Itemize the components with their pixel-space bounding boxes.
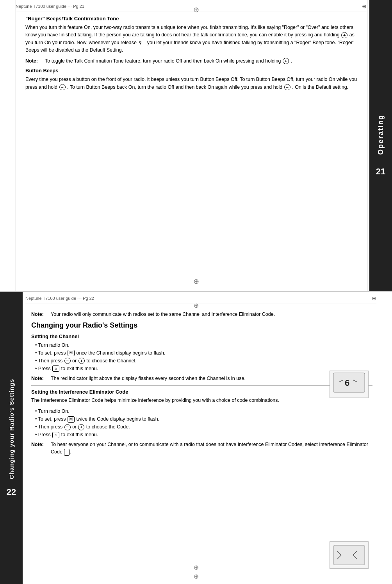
roger-beeps-note-text: To toggle the Talk Confirmation Tone fea… <box>45 57 292 65</box>
sidebar-changing: Changing your Radio's Settings 22 <box>0 292 23 584</box>
plus-icon-ch: + <box>78 358 85 364</box>
interference-bullet-1: Turn radio On. <box>35 407 372 415</box>
minus-icon-1: − <box>59 84 66 90</box>
setting-channel-section: Setting the Channel 6 Turn radio On. To … <box>31 333 372 382</box>
page-header-bottom: Neptune T7100 user guide --- Pg 22 ⊕ <box>25 295 376 303</box>
page-21: Neptune T7100 user guide --- Pg 21 ⊕ ⊕ O… <box>0 0 392 292</box>
header-text-bottom: Neptune T7100 user guide --- Pg 22 <box>25 296 94 301</box>
roger-beeps-heading: "Roger" Beeps/Talk Confirmation Tone <box>25 16 359 21</box>
sidebar-operating-label: Operating <box>377 115 385 155</box>
svg-text:6: 6 <box>345 378 349 388</box>
channel-note: Note: The red indicator light above the … <box>31 375 372 382</box>
channel-bullet-1: Turn radio On. <box>35 341 372 349</box>
interference-bullet-4: Press ⌂ to exit this menu. <box>35 431 372 439</box>
setting-interference-heading: Setting the Interference Eliminator Code <box>31 389 372 395</box>
plus-icon: + <box>341 32 347 38</box>
setting-channel-heading: Setting the Channel <box>31 333 372 339</box>
zero-icon <box>64 449 69 456</box>
content-top: "Roger" Beeps/Talk Confirmation Tone Whe… <box>21 16 363 276</box>
header-text-top: Neptune T7100 user guide --- Pg 21 <box>16 4 84 9</box>
interference-bullet-3: Then press − or + to choose the Code. <box>35 423 372 431</box>
interference-bullet-2: To set, press M twice the Code display b… <box>35 415 372 423</box>
menu-icon-2: M <box>68 416 75 423</box>
menu-icon-1: M <box>68 350 75 356</box>
note-top-block: Note: Your radio will only communicate w… <box>31 311 372 318</box>
footer-crosshair: ⊕ ⊕ <box>194 564 199 580</box>
right-border <box>367 0 367 291</box>
crosshair-bottom-top-page: ⊕ <box>193 277 199 286</box>
page-22: Changing your Radio's Settings 22 Neptun… <box>0 292 392 584</box>
channel-bullet-3: Then press − or + to choose the Channel. <box>35 357 372 365</box>
page-number-top: 21 <box>376 167 385 177</box>
interference-body: The Interference Eliminator Code helps m… <box>31 397 372 404</box>
left-border <box>16 0 16 291</box>
interference-bullets: Turn radio On. To set, press M twice the… <box>31 407 372 439</box>
plus-icon-int: + <box>78 424 84 430</box>
minus-icon-2: − <box>284 84 290 90</box>
page-header-top: Neptune T7100 user guide --- Pg 21 ⊕ <box>16 3 367 11</box>
channel-bullets: Turn radio On. To set, press M once the … <box>31 341 372 373</box>
interference-note-text: To hear everyone on your Channel, or to … <box>51 441 372 456</box>
channel-bullet-2: To set, press M once the Channel display… <box>35 349 372 357</box>
plus-icon-note: + <box>283 58 289 64</box>
crosshair-header: ⊕ <box>362 3 367 9</box>
page-number-bottom: 22 <box>7 487 16 497</box>
code-display <box>330 541 369 569</box>
minus-icon-ch: − <box>64 358 71 364</box>
minus-icon-int: − <box>64 424 71 430</box>
home-icon-ch: ⌂ <box>52 365 59 372</box>
channel-note-text: The red indicator light above the displa… <box>51 375 246 382</box>
crosshair-header-bottom: ⊕ <box>372 295 376 301</box>
sidebar-operating: Operating 21 <box>369 0 392 291</box>
sidebar-changing-label: Changing your Radio's Settings <box>8 379 15 479</box>
content-bottom: Note: Your radio will only communicate w… <box>27 308 376 568</box>
crosshair-top: ⊕ <box>193 5 199 14</box>
svg-rect-4 <box>333 545 365 565</box>
divider <box>31 385 372 386</box>
roger-beeps-note: Note: To toggle the Talk Confirmation To… <box>25 57 359 65</box>
roger-beeps-body: When you turn this feature On, your two-… <box>25 24 359 54</box>
note-top-text: Your radio will only communicate with ra… <box>51 311 275 318</box>
button-beeps-heading: Button Beeps <box>25 68 359 73</box>
section-title-changing: Changing your Radio's Settings <box>31 321 372 330</box>
button-beeps-body: Every time you press a button on the fro… <box>25 76 359 91</box>
mic-icon: 🎙 <box>138 39 143 46</box>
channel-bullet-4: Press ⌂ to exit this menu. <box>35 365 372 373</box>
setting-interference-section: Setting the Interference Eliminator Code… <box>31 389 372 456</box>
home-icon-int: ⌂ <box>52 432 59 438</box>
interference-note: Note: To hear everyone on your Channel, … <box>31 441 372 456</box>
